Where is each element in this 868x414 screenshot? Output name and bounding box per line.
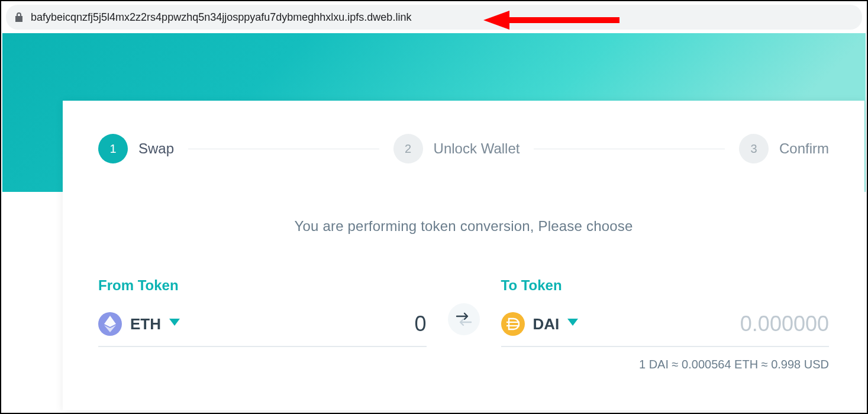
step-number: 1 xyxy=(98,134,128,163)
address-url[interactable]: bafybeicqnzfj5j5l4mx2z2rs4ppwzhq5n34jjos… xyxy=(31,11,411,24)
to-token-line: DAI 0.000000 xyxy=(501,312,830,347)
step-number: 2 xyxy=(393,134,423,163)
to-symbol: DAI xyxy=(533,315,560,333)
svg-marker-4 xyxy=(169,319,180,326)
swap-arrows-icon xyxy=(456,312,472,326)
to-amount-wrap: 0.000000 xyxy=(586,312,829,336)
from-title: From Token xyxy=(98,277,427,294)
step-unlock-wallet[interactable]: 2 Unlock Wallet xyxy=(393,134,520,163)
lock-icon xyxy=(14,12,24,23)
swap-direction-button[interactable] xyxy=(448,303,480,335)
to-amount-value: 0.000000 xyxy=(740,312,829,336)
from-amount-input[interactable] xyxy=(188,312,427,336)
swap-row: From Token ETH xyxy=(63,277,864,347)
svg-marker-2 xyxy=(104,316,116,327)
steps-row: 1 Swap 2 Unlock Wallet 3 Confirm xyxy=(63,101,864,163)
from-token-line: ETH xyxy=(98,312,427,347)
step-label: Unlock Wallet xyxy=(434,140,520,157)
step-label: Swap xyxy=(138,140,174,157)
intro-text: You are performing token conversion, Ple… xyxy=(63,218,864,235)
exchange-rate: 1 DAI ≈ 0.000564 ETH ≈ 0.998 USD xyxy=(63,347,864,371)
step-confirm[interactable]: 3 Confirm xyxy=(739,134,829,163)
eth-icon xyxy=(98,312,122,336)
step-divider xyxy=(188,149,379,149)
address-bar[interactable]: bafybeicqnzfj5j5l4mx2z2rs4ppwzhq5n34jjos… xyxy=(6,5,862,30)
to-title: To Token xyxy=(501,277,830,294)
swap-card: 1 Swap 2 Unlock Wallet 3 Confirm You are… xyxy=(63,101,864,410)
dai-icon xyxy=(501,312,525,336)
from-symbol: ETH xyxy=(130,315,161,333)
from-amount-wrap xyxy=(188,312,427,336)
step-divider xyxy=(534,149,725,149)
from-column: From Token ETH xyxy=(98,277,427,347)
step-label: Confirm xyxy=(779,140,829,157)
svg-marker-7 xyxy=(567,319,578,326)
to-column: To Token DAI 0.000000 xyxy=(501,277,830,347)
chevron-down-icon[interactable] xyxy=(567,319,578,329)
step-number: 3 xyxy=(739,134,769,163)
chevron-down-icon[interactable] xyxy=(169,319,180,329)
step-swap[interactable]: 1 Swap xyxy=(98,134,174,163)
